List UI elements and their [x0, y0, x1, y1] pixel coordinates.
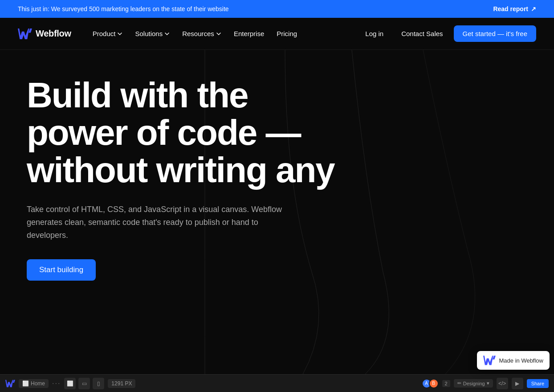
- editor-width-value: 1291 PX: [111, 380, 132, 387]
- tablet-icon[interactable]: ▭: [78, 378, 90, 389]
- made-badge-text: Made in Webflow: [499, 357, 543, 364]
- editor-bar-right: A B 2 ✏ Designing ▾ </> ▶ Share: [422, 378, 549, 389]
- external-link-icon: ↗: [531, 5, 536, 12]
- editor-page-pill[interactable]: ⬜ Home: [19, 379, 49, 388]
- hero-subtitle: Take control of HTML, CSS, and JavaScrip…: [27, 203, 285, 241]
- read-report-link[interactable]: Read report ↗: [493, 5, 536, 12]
- made-badge-webflow-icon: [483, 355, 496, 365]
- login-button[interactable]: Log in: [358, 26, 391, 41]
- desktop-icon[interactable]: ⬜: [64, 378, 76, 389]
- navbar: Webflow Product Solutions Resources Ente…: [0, 18, 554, 50]
- editor-avatar-2: B: [429, 379, 439, 388]
- editor-play-icon[interactable]: ▶: [512, 378, 523, 389]
- pencil-icon: ✏: [457, 380, 461, 386]
- chevron-down-icon: ▾: [487, 380, 489, 386]
- nav-item-pricing[interactable]: Pricing: [271, 26, 302, 41]
- editor-avatar-count: 2: [442, 380, 450, 387]
- editor-avatar-group: A B: [422, 379, 439, 388]
- editor-more-dots[interactable]: ···: [52, 380, 61, 388]
- chevron-down-icon: [117, 31, 122, 37]
- editor-bar-left: ⬜ Home ··· ⬜ ▭ ▯ 1291 PX: [5, 378, 415, 389]
- chevron-down-icon: [216, 31, 221, 37]
- hero-title: Build with the power of code — without w…: [27, 77, 338, 189]
- logo-text: Webflow: [36, 29, 71, 39]
- announcement-bar: This just in: We surveyed 500 marketing …: [0, 0, 554, 18]
- nav-links: Product Solutions Resources Enterprise P…: [87, 26, 358, 41]
- mobile-icon[interactable]: ▯: [93, 378, 104, 389]
- editor-share-button[interactable]: Share: [527, 379, 549, 388]
- page-icon: ⬜: [22, 380, 29, 387]
- announcement-text: This just in: We surveyed 500 marketing …: [18, 5, 229, 12]
- contact-sales-button[interactable]: Contact Sales: [394, 26, 450, 41]
- editor-width-pill: 1291 PX: [108, 379, 135, 388]
- get-started-button[interactable]: Get started — it's free: [454, 25, 536, 42]
- nav-item-resources[interactable]: Resources: [177, 26, 227, 41]
- editor-bar: ⬜ Home ··· ⬜ ▭ ▯ 1291 PX A B 2 ✏ Designi…: [0, 374, 554, 392]
- nav-item-solutions[interactable]: Solutions: [130, 26, 175, 41]
- nav-right: Log in Contact Sales Get started — it's …: [358, 25, 536, 42]
- start-building-button[interactable]: Start building: [27, 259, 96, 281]
- editor-status-pill[interactable]: ✏ Designing ▾: [454, 379, 493, 388]
- chevron-down-icon: [164, 31, 170, 37]
- logo[interactable]: Webflow: [18, 29, 71, 39]
- made-in-webflow-badge[interactable]: Made in Webflow: [477, 351, 550, 370]
- nav-item-enterprise[interactable]: Enterprise: [228, 26, 269, 41]
- hero-section: Build with the power of code — without w…: [0, 50, 554, 374]
- hero-content: Build with the power of code — without w…: [27, 77, 338, 281]
- editor-device-icons: ⬜ ▭ ▯: [64, 378, 104, 389]
- nav-item-product[interactable]: Product: [87, 26, 128, 41]
- editor-webflow-icon: [5, 380, 15, 388]
- editor-page-name: Home: [31, 380, 45, 387]
- editor-status-label: Designing: [463, 381, 485, 386]
- webflow-logo-icon: [18, 29, 32, 39]
- editor-code-icon[interactable]: </>: [497, 378, 508, 389]
